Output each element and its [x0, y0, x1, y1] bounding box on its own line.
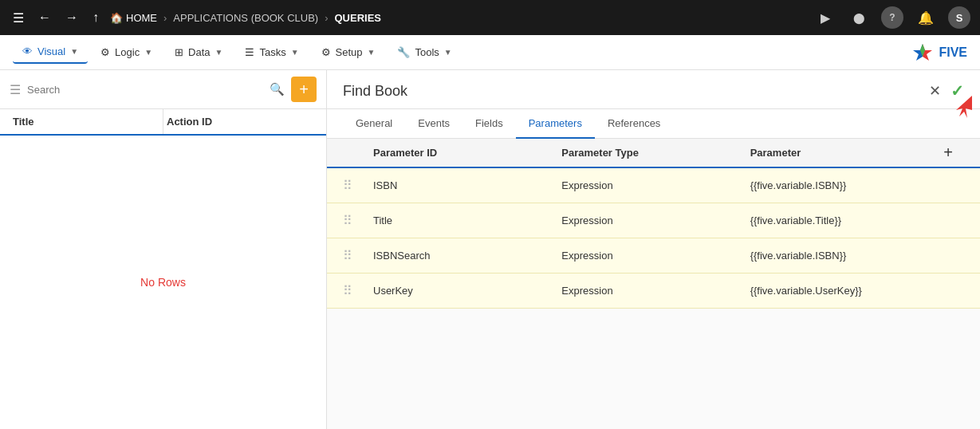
search-input[interactable]: [27, 84, 263, 96]
drag-handle[interactable]: ⠿: [343, 178, 367, 193]
main-layout: ☰ 🔍 + Title Action ID No Rows Find Book …: [0, 70, 980, 429]
tab-references[interactable]: References: [595, 109, 673, 139]
param-value-cell: {{five.variable.ISBN}}: [744, 242, 932, 270]
tab-parameters[interactable]: Parameters: [516, 109, 595, 139]
param-type-cell: Expression: [555, 207, 743, 234]
sidebar-table-header: Title Action ID: [0, 109, 326, 136]
back-icon[interactable]: ←: [35, 7, 54, 28]
visual-dropdown-icon: ▼: [70, 47, 78, 56]
up-icon[interactable]: ↑: [89, 7, 102, 28]
nav-tasks-label: Tasks: [259, 46, 285, 58]
setup-icon: ⚙: [321, 46, 331, 58]
nav-data[interactable]: ⊞ Data ▼: [165, 41, 232, 63]
drag-handle[interactable]: ⠿: [343, 248, 367, 263]
tab-events[interactable]: Events: [405, 109, 462, 139]
breadcrumb-arrow-2: ›: [325, 12, 328, 24]
setup-dropdown-icon: ▼: [368, 48, 376, 57]
tab-fields[interactable]: Fields: [462, 109, 516, 139]
nav-setup-label: Setup: [336, 46, 363, 58]
five-logo: FIVE: [911, 41, 967, 64]
breadcrumb-arrow-1: ›: [163, 12, 167, 24]
eye-icon: 👁: [22, 45, 33, 57]
params-rows: ⠿ ISBN Expression {{five.variable.ISBN}}…: [327, 168, 980, 309]
notifications-button[interactable]: 🔔: [915, 6, 937, 29]
param-id-col-header: Parameter ID: [367, 139, 555, 167]
drag-handle[interactable]: ⠿: [343, 283, 367, 298]
secondary-navigation: 👁 Visual ▼ ⚙ Logic ▼ ⊞ Data ▼ ☰ Tasks ▼ …: [0, 35, 980, 70]
nav-logic-label: Logic: [115, 46, 140, 58]
top-navigation: ☰ ← → ↑ 🏠 HOME › APPLICATIONS (BOOK CLUB…: [0, 0, 980, 35]
param-type-col-header: Parameter Type: [555, 139, 743, 167]
user-avatar[interactable]: S: [948, 6, 970, 29]
data-dropdown-icon: ▼: [215, 48, 223, 57]
tools-icon: 🔧: [397, 46, 410, 58]
panel-title: Find Book: [343, 83, 407, 100]
tools-dropdown-icon: ▼: [444, 48, 452, 57]
panel-tabs: General Events Fields Parameters Referen…: [327, 109, 980, 139]
add-button[interactable]: +: [291, 77, 317, 102]
nav-data-label: Data: [188, 46, 210, 58]
nav-tools-label: Tools: [415, 46, 439, 58]
forward-icon[interactable]: →: [62, 7, 81, 28]
param-type-cell: Expression: [555, 171, 743, 199]
sidebar-search-bar: ☰ 🔍 +: [0, 70, 326, 109]
table-row: ⠿ ISBNSearch Expression {{five.variable.…: [327, 238, 980, 274]
data-icon: ⊞: [175, 46, 183, 58]
param-id-cell: ISBN: [367, 171, 555, 199]
menu-icon[interactable]: ☰: [10, 7, 27, 29]
param-value-cell: {{five.variable.ISBN}}: [744, 171, 932, 199]
sidebar-col-action-id: Action ID: [163, 109, 317, 134]
param-id-cell: ISBNSearch: [367, 242, 555, 270]
tasks-icon: ☰: [245, 46, 254, 58]
sidebar-col-title: Title: [10, 109, 163, 134]
tab-general[interactable]: General: [343, 109, 405, 139]
sidebar-no-rows: No Rows: [0, 136, 326, 429]
five-logo-text: FIVE: [939, 45, 967, 60]
nav-visual-label: Visual: [37, 45, 65, 57]
right-panel: Find Book ✕ ✓ General Events Fields Para…: [327, 70, 980, 429]
red-arrow-annotation: [948, 94, 980, 118]
close-button[interactable]: ✕: [929, 82, 941, 100]
table-row: ⠿ ISBN Expression {{five.variable.ISBN}}: [327, 168, 980, 203]
add-parameter-button[interactable]: +: [943, 144, 953, 162]
nav-visual[interactable]: 👁 Visual ▼: [13, 41, 88, 64]
nav-setup[interactable]: ⚙ Setup ▼: [312, 41, 385, 63]
logic-icon: ⚙: [100, 46, 110, 58]
params-table-header: Parameter ID Parameter Type Parameter +: [327, 139, 980, 168]
nav-left: ☰ ← → ↑ 🏠 HOME › APPLICATIONS (BOOK CLUB…: [10, 7, 808, 29]
breadcrumb: 🏠 HOME › APPLICATIONS (BOOK CLUB) › QUER…: [110, 12, 381, 24]
param-value-cell: {{five.variable.UserKey}}: [744, 277, 932, 305]
sidebar: ☰ 🔍 + Title Action ID No Rows: [0, 70, 327, 429]
home-link[interactable]: 🏠 HOME: [110, 12, 157, 24]
nav-tools[interactable]: 🔧 Tools ▼: [388, 41, 461, 63]
table-row: ⠿ UserKey Expression {{five.variable.Use…: [327, 274, 980, 309]
help-button[interactable]: ?: [881, 6, 903, 29]
search-icon[interactable]: 🔍: [270, 82, 285, 96]
param-id-cell: UserKey: [367, 277, 555, 305]
logic-dropdown-icon: ▼: [144, 48, 152, 57]
drag-handle[interactable]: ⠿: [343, 213, 367, 228]
search-button[interactable]: ⬤: [848, 6, 870, 29]
param-type-cell: Expression: [555, 242, 743, 270]
play-button[interactable]: ▶: [814, 6, 836, 29]
nav-tasks[interactable]: ☰ Tasks ▼: [235, 41, 308, 63]
breadcrumb-current: QUERIES: [334, 12, 381, 24]
param-value-cell: {{five.variable.Title}}: [744, 207, 932, 234]
param-type-cell: Expression: [555, 277, 743, 305]
filter-icon[interactable]: ☰: [10, 82, 21, 97]
table-row: ⠿ Title Expression {{five.variable.Title…: [327, 203, 980, 238]
panel-header-actions: ✕ ✓: [929, 81, 964, 100]
panel-header: Find Book ✕ ✓: [327, 70, 980, 109]
params-add-col: +: [932, 144, 964, 162]
breadcrumb-app[interactable]: APPLICATIONS (BOOK CLUB): [173, 12, 318, 24]
param-id-cell: Title: [367, 207, 555, 234]
nav-right: ▶ ⬤ ? 🔔 S: [814, 6, 970, 29]
param-value-col-header: Parameter: [744, 139, 932, 167]
nav-logic[interactable]: ⚙ Logic ▼: [91, 41, 162, 63]
tasks-dropdown-icon: ▼: [291, 48, 299, 57]
parameters-table: Parameter ID Parameter Type Parameter + …: [327, 139, 980, 429]
